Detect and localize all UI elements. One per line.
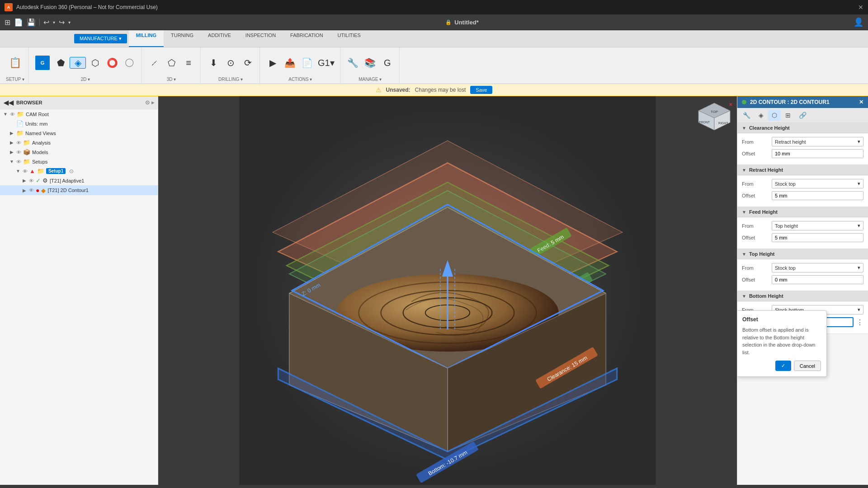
top-from-value: Stock top [775,265,796,271]
setups-eye-icon[interactable]: 👁 [16,159,21,164]
passes-icon[interactable]: ⊞ [782,110,794,121]
top-from-label: From [742,265,769,271]
bottom-offset-more-icon[interactable]: ⋮ [856,318,863,327]
machine-lib-btn[interactable]: G [379,57,396,68]
browser-item-setups[interactable]: ▼ 👁 📁 Setups [0,157,158,166]
bottom-height-section-header[interactable]: ▼ Bottom Height [737,291,868,301]
cam-root-toggle[interactable]: ▼ [3,112,8,117]
nc-program-btn[interactable]: 📄 [299,57,315,68]
boring-btn[interactable]: ⊙ [222,57,239,68]
models-eye-icon[interactable]: 👁 [16,150,21,155]
manufacture-dropdown-btn[interactable]: MANUFACTURE ▾ [74,34,127,43]
clearance-from-select[interactable]: Retract height ▾ [772,137,863,146]
geometry-icon[interactable]: ◈ [755,110,767,121]
top-height-section-header[interactable]: ▼ Top Height [737,249,868,259]
2d-pocket-btn[interactable]: ⬡ [87,57,103,68]
simulate-btn[interactable]: ▶ [264,57,281,68]
tooltip-ok-btn[interactable]: ✓ [775,361,791,371]
tool-icon[interactable]: 🔧 [739,110,754,121]
browser-item-named-views[interactable]: ▶ 📁 Named Views [0,128,158,138]
retract-offset-input[interactable] [772,191,863,200]
setups-toggle[interactable]: ▼ [9,159,14,164]
heights-icon[interactable]: ⬡ [768,110,781,121]
browser-item-2d-contour1[interactable]: ▶ 👁 ● ◆ [T21] 2D Contour1 [0,185,158,195]
window-close-btn[interactable]: ✕ [858,4,863,11]
feed-height-section-header[interactable]: ▼ Feed Height [737,207,868,217]
models-toggle[interactable]: ▶ [9,150,14,155]
setup-btn[interactable]: 📋 [7,57,24,69]
adaptive1-toggle[interactable]: ▶ [22,178,27,183]
retract-from-select[interactable]: Stock top ▾ [772,179,863,188]
feed-from-select[interactable]: Top height ▾ [772,221,863,230]
retract-from-value: Stock top [775,181,796,187]
browser-item-cam-root[interactable]: ▼ 👁 📁 CAM Root [0,109,158,119]
setup-btns: 📋 [7,49,24,76]
browser-settings-icon[interactable]: ⊙ [145,99,150,106]
browser-collapse-icon[interactable]: ◀◀ [4,99,14,106]
viewport[interactable]: Feed: 5 mm Top: 0 mm [158,96,737,485]
tab-inspection[interactable]: INSPECTION [238,30,283,47]
drilling-btns: ⬇ ⊙ ⟳ [205,49,256,76]
top-offset-row: Offset [742,275,863,284]
top-from-select[interactable]: Stock top ▾ [772,263,863,272]
2d-adaptive-btn[interactable]: ⬟ [52,57,69,68]
setup1-eye-icon[interactable]: 👁 [23,169,28,174]
3d-parallel-btn[interactable]: ≡ [180,57,197,68]
2d-thread-btn[interactable]: 〇 [121,57,137,68]
panel-status-dot [742,100,746,104]
save-button[interactable]: Save [470,86,492,94]
panel-close-icon[interactable]: ✕ [859,99,863,105]
tab-fabrication[interactable]: FABRICATION [283,30,330,47]
tab-turning[interactable]: TURNING [164,30,201,47]
named-views-toggle[interactable]: ▶ [9,131,14,136]
2d-main-btn[interactable]: G [33,55,52,71]
user-profile-icon[interactable]: 👤 [853,16,864,28]
post-process-btn[interactable]: 📤 [282,57,298,68]
svg-text:✕: ✕ [729,102,732,107]
browser-item-setup1[interactable]: ▼ 👁 ▲ 📁 Setup1 ⊙ [0,166,158,176]
top-offset-input[interactable] [772,275,863,284]
3d-adaptive-btn[interactable]: ⟋ [146,57,162,68]
tab-utilities[interactable]: UTILITIES [330,30,368,47]
toolpath-btn[interactable]: G1▾ [316,57,336,68]
browser-item-models[interactable]: ▶ 👁 📦 Models [0,147,158,157]
clearance-from-value: Retract height [775,139,806,145]
browser-item-analysis[interactable]: ▶ 👁 📁 Analysis [0,138,158,147]
new-file-icon[interactable]: 📄 [13,17,24,28]
clearance-height-section-header[interactable]: ▼ Clearance Height [737,123,868,133]
thread-mill-btn[interactable]: ⟳ [240,57,256,68]
analysis-toggle[interactable]: ▶ [9,140,14,145]
undo-icon[interactable]: ↩ [42,17,50,28]
feed-offset-input[interactable] [772,233,863,242]
clearance-offset-input[interactable] [772,149,863,158]
tab-additive[interactable]: ADDITIVE [201,30,238,47]
cam-root-eye-icon[interactable]: 👁 [10,112,15,117]
bottom-arrow-icon: ▼ [742,294,746,299]
grid-icon[interactable]: ⊞ [4,17,11,28]
tooltip-cancel-btn[interactable]: Cancel [794,361,821,371]
drilling-btn[interactable]: ⬇ [205,57,222,68]
tool-library-btn[interactable]: 🔧 [345,57,361,68]
redo-icon[interactable]: ↪ [58,17,66,28]
feed-height-content: From Top height ▾ Offset [737,217,868,249]
2d-bore-btn[interactable]: ⭕ [104,57,120,68]
undo-dropdown-icon[interactable]: ▾ [52,19,56,26]
ribbon-group-2d: G ⬟ ◈ ⬡ ⭕ 〇 2D ▾ [30,47,142,84]
redo-dropdown-icon[interactable]: ▾ [67,19,71,26]
linking-icon[interactable]: 🔗 [795,110,810,121]
tab-milling[interactable]: MILLING [129,30,164,47]
setup1-toggle[interactable]: ▼ [15,169,21,174]
save-icon[interactable]: 💾 [26,17,37,28]
2d-contour1-eye-icon[interactable]: 👁 [29,188,34,193]
browser-more-icon[interactable]: ▸ [151,99,154,106]
analysis-eye-icon[interactable]: 👁 [16,140,21,145]
feed-from-value: Top height [775,223,798,229]
retract-height-section-header[interactable]: ▼ Retract Height [737,165,868,175]
browser-item-adaptive1[interactable]: ▶ 👁 ✓ ⚙ [T21] Adaptive1 [0,176,158,185]
post-library-btn[interactable]: 📚 [362,57,378,68]
adaptive1-eye-icon[interactable]: 👁 [29,178,34,183]
3d-pocket-btn[interactable]: ⬠ [163,57,179,68]
nav-cube[interactable]: TOP FRONT RIGHT ✕ [696,101,732,137]
2d-contour-btn[interactable]: ◈ [70,57,86,69]
2d-contour1-toggle[interactable]: ▶ [22,188,27,193]
